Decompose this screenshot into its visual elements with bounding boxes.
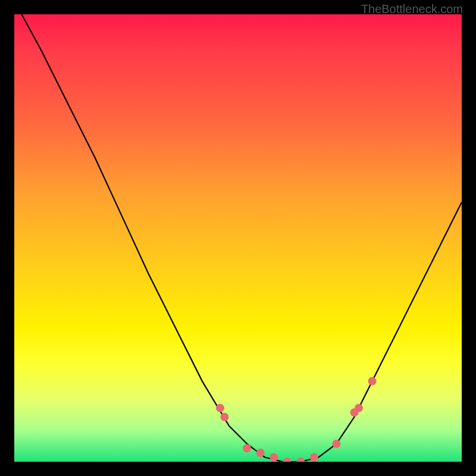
curve-marker [220,413,228,421]
watermark: TheBottleneck.com [361,2,463,16]
curve-marker [216,404,224,412]
plot-area [14,14,462,462]
curve-marker [310,453,318,462]
chart-svg [14,14,462,462]
bottleneck-curve [14,14,462,462]
curve-marker [332,440,340,448]
curve-marker [270,453,278,462]
curve-marker [368,377,377,386]
curve-marker [243,444,251,452]
curve-marker [256,449,265,457]
curve-marker [296,458,305,462]
curve-marker [283,458,292,462]
curve-marker [355,404,363,412]
